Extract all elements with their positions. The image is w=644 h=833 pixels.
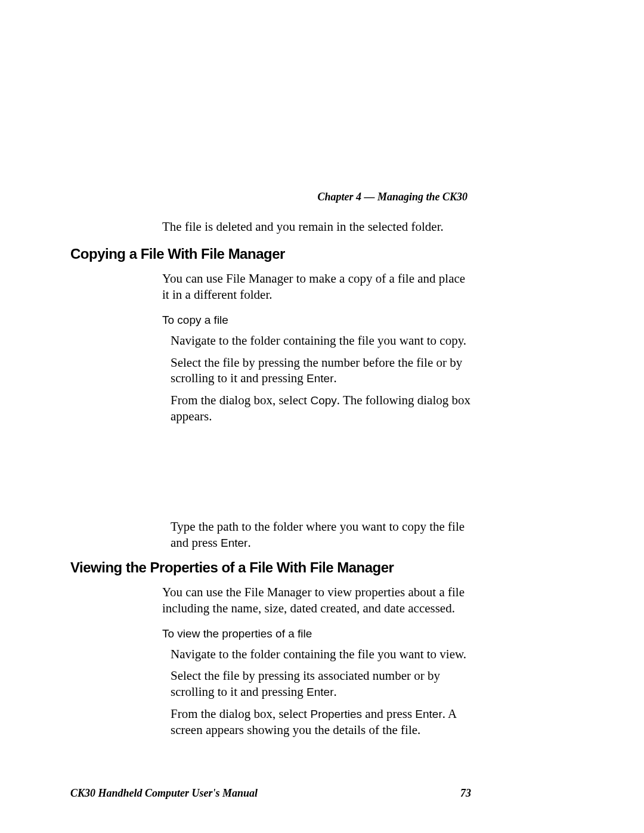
ui-term-enter: Enter	[306, 372, 333, 385]
step-text: .	[333, 685, 336, 699]
step-text: From the dialog box, select	[171, 707, 310, 721]
step-text: .	[247, 535, 250, 550]
step-text: Navigate to the folder containing the fi…	[171, 333, 466, 348]
step-item: From the dialog box, select Properties a…	[162, 706, 471, 738]
step-item: Navigate to the folder containing the fi…	[162, 646, 471, 662]
step-text: Select the file by pressing its associat…	[171, 668, 440, 699]
dialog-image-placeholder	[162, 431, 471, 519]
steps-copy-file: Navigate to the folder containing the fi…	[162, 333, 471, 425]
step-item: Navigate to the folder containing the fi…	[162, 333, 471, 349]
section-heading-viewing: Viewing the Properties of a File With Fi…	[70, 559, 471, 576]
steps-copy-file-cont: Type the path to the folder where you wa…	[162, 519, 471, 551]
section-a-body: You can use File Manager to make a copy …	[162, 271, 471, 303]
section-b-body: You can use the File Manager to view pro…	[162, 584, 471, 617]
step-item: Type the path to the folder where you wa…	[162, 519, 471, 551]
step-item: From the dialog box, select Copy. The fo…	[162, 392, 471, 425]
ui-term-enter: Enter	[221, 537, 247, 549]
subheading-view-properties: To view the properties of a file	[162, 627, 471, 640]
ui-term-properties: Properties	[310, 708, 362, 720]
steps-view-properties: Navigate to the folder containing the fi…	[162, 646, 471, 738]
step-text: .	[333, 371, 336, 385]
step-text: From the dialog box, select	[171, 393, 310, 407]
subheading-copy-file: To copy a file	[162, 314, 471, 327]
step-item: Select the file by pressing the number b…	[162, 355, 471, 387]
page-content: Chapter 4 — Managing the CK30 The file i…	[0, 0, 644, 833]
ui-term-enter: Enter	[306, 686, 333, 698]
ui-term-enter: Enter	[415, 708, 442, 720]
footer-manual-title: CK30 Handheld Computer User's Manual	[70, 787, 258, 800]
step-text: Type the path to the folder where you wa…	[171, 519, 465, 550]
intro-paragraph: The file is deleted and you remain in th…	[162, 219, 471, 235]
footer-page-number: 73	[460, 787, 471, 800]
chapter-header: Chapter 4 — Managing the CK30	[70, 191, 471, 203]
step-item: Select the file by pressing its associat…	[162, 668, 471, 700]
section-heading-copying: Copying a File With File Manager	[70, 246, 471, 262]
page-footer: CK30 Handheld Computer User's Manual 73	[70, 787, 471, 800]
step-text: Navigate to the folder containing the fi…	[171, 647, 466, 661]
step-text: and press	[362, 707, 415, 721]
ui-term-copy: Copy	[310, 394, 336, 407]
